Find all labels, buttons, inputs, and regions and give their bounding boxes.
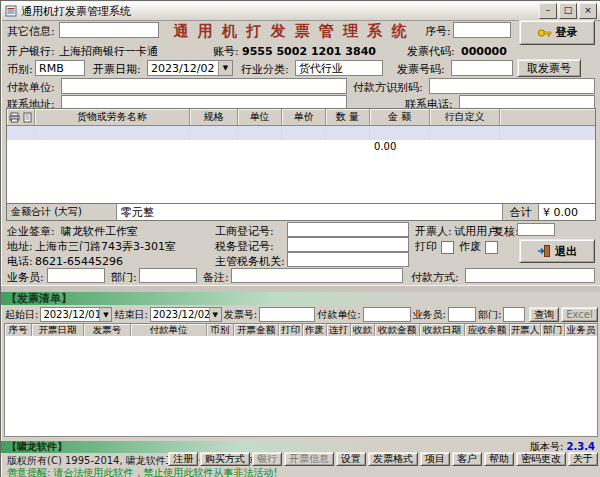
- list-payer-input[interactable]: [363, 307, 411, 322]
- excel-button[interactable]: Excel: [561, 307, 598, 322]
- minimize-icon[interactable]: –: [539, 3, 557, 19]
- pay-method-input[interactable]: [465, 268, 595, 283]
- payer-id-label: 付款方识别码:: [353, 81, 423, 94]
- key-icon: [537, 26, 552, 40]
- about-button[interactable]: 关于: [568, 452, 598, 466]
- bank-button[interactable]: 银行: [252, 452, 282, 466]
- payer-label: 付款单位:: [7, 81, 55, 94]
- tax-office-label: 主管税务机关:: [215, 255, 285, 268]
- close-icon[interactable]: ×: [579, 3, 597, 19]
- col-invoice-no: 发票号: [84, 324, 131, 336]
- void-checkbox[interactable]: [485, 241, 498, 254]
- account-label: 账号:: [213, 45, 239, 58]
- totals-row: 金额合计 (大写) 零元整 合计 ¥ 0.00: [6, 204, 596, 221]
- chevron-down-icon[interactable]: ▼: [209, 308, 221, 321]
- project-button[interactable]: 项目: [420, 452, 450, 466]
- serial-input[interactable]: [453, 22, 511, 38]
- print-checkbox[interactable]: [441, 241, 454, 254]
- chevron-down-icon[interactable]: ▼: [218, 61, 232, 75]
- invoice-no-input[interactable]: [451, 60, 513, 76]
- currency-input[interactable]: [35, 60, 85, 76]
- invoice-code-label: 发票代码:: [407, 45, 455, 58]
- titlebar[interactable]: 通用机打发票管理系统 – □ ×: [2, 2, 600, 21]
- col-spec: 规格: [190, 109, 238, 125]
- app-icon: [5, 5, 17, 17]
- version-value: 2.3.4: [567, 441, 595, 452]
- settings-button[interactable]: 设置: [336, 452, 366, 466]
- item-table-header: 货物或劳务名称 规格 单位 单价 数 量 金 额 行自定义: [7, 109, 595, 126]
- tax-reg-input[interactable]: [287, 237, 409, 252]
- invoice-date-input[interactable]: [148, 61, 224, 75]
- item-cell: [430, 126, 500, 140]
- list-invoice-no-input[interactable]: [259, 307, 315, 322]
- remark-input[interactable]: [231, 268, 403, 283]
- invoice-no-label: 发票号码:: [397, 63, 445, 76]
- other-info-label: 其它信息:: [7, 25, 55, 38]
- col-printed: 打印: [279, 324, 303, 336]
- register-button[interactable]: 注册: [168, 452, 198, 466]
- list-payer-label: 付款单位:: [317, 308, 360, 322]
- invoice-list-table-header: 序号 开票日期 发票号 付款单位 币别 开票金额 打印 作废 连打 收款 收款金…: [4, 323, 598, 337]
- invoice-date-combo[interactable]: ▼: [147, 60, 233, 76]
- date-label: 开票日期:: [93, 63, 141, 76]
- sum-value: ¥ 0.00: [539, 204, 595, 220]
- invoice-list-body[interactable]: [4, 336, 598, 437]
- end-date-label: 结束日:: [114, 308, 147, 322]
- dept-input[interactable]: [139, 268, 197, 283]
- end-date-input[interactable]: [151, 308, 213, 321]
- list-dept-input[interactable]: [503, 307, 525, 322]
- login-button[interactable]: 登录: [519, 20, 595, 45]
- issuer-label: 开票人:: [415, 225, 452, 238]
- account-value: 9555 5002 1201 3840: [242, 45, 376, 58]
- start-date-combo[interactable]: ▼: [40, 307, 112, 322]
- purchase-button[interactable]: 购买方式: [200, 452, 250, 466]
- item-row[interactable]: 0.00: [7, 140, 595, 154]
- version-label: 版本号:: [530, 441, 563, 452]
- maximize-icon[interactable]: □: [559, 3, 577, 19]
- item-table[interactable]: 货物或劳务名称 规格 单位 单价 数 量 金 额 行自定义: [6, 108, 596, 204]
- customer-button[interactable]: 客户: [452, 452, 482, 466]
- exit-button[interactable]: 退出: [519, 239, 595, 263]
- void-checkbox-label: 作废: [459, 240, 481, 253]
- invoice-code-value: 000000: [461, 45, 507, 58]
- help-button[interactable]: 帮助: [484, 452, 514, 466]
- query-button[interactable]: 查询: [529, 307, 559, 322]
- remark-label: 备注:: [203, 271, 229, 284]
- item-cell: [326, 126, 370, 140]
- get-invoice-no-button[interactable]: 取发票号: [517, 59, 581, 77]
- item-cell: [7, 140, 35, 154]
- brand-label: 【啸龙软件】: [7, 440, 67, 454]
- other-info-input[interactable]: [59, 22, 159, 38]
- col-invoice-date: 开票日期: [32, 324, 84, 336]
- end-date-combo[interactable]: ▼: [150, 307, 222, 322]
- item-row[interactable]: [7, 126, 595, 140]
- bank-label: 开户银行:: [7, 45, 55, 58]
- list-salesman-input[interactable]: [448, 307, 476, 322]
- item-cell: [7, 126, 35, 140]
- chevron-down-icon[interactable]: ▼: [99, 308, 111, 321]
- invoice-list-header-bar: 【发票清单】: [1, 292, 600, 305]
- serial-label: 序号:: [425, 25, 451, 38]
- industry-input[interactable]: [295, 60, 383, 76]
- biz-reg-input[interactable]: [287, 222, 409, 237]
- tax-office-input[interactable]: [287, 252, 409, 267]
- list-invoice-no-label: 发票号:: [224, 308, 257, 322]
- item-cell: [190, 126, 238, 140]
- col-receipt-amount: 收款金额: [375, 324, 420, 336]
- company-address-label: 地址:: [7, 240, 33, 253]
- login-button-label: 登录: [556, 25, 578, 40]
- review-label: 复核:: [493, 225, 519, 238]
- dept-label: 部门:: [111, 271, 137, 284]
- review-input[interactable]: [517, 223, 555, 236]
- payer-id-input[interactable]: [429, 78, 595, 94]
- change-password-button[interactable]: 密码更改: [516, 452, 566, 466]
- total-words-label: 金额合计 (大写): [7, 204, 117, 220]
- payer-input[interactable]: [61, 78, 347, 94]
- start-date-input[interactable]: [41, 308, 103, 321]
- invoice-format-button[interactable]: 发票格式: [368, 452, 418, 466]
- invoice-info-button[interactable]: 开票信息: [284, 452, 334, 466]
- salesman-input[interactable]: [47, 268, 105, 283]
- printer-icon[interactable]: [9, 112, 20, 123]
- start-date-label: 起始日:: [5, 308, 38, 322]
- document-icon[interactable]: [22, 112, 33, 123]
